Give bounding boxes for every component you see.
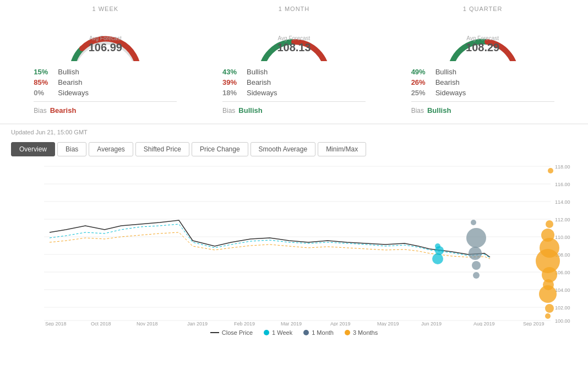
svg-text:Mar 2019: Mar 2019 — [281, 321, 302, 326]
tab-price-change[interactable]: Price Change — [192, 142, 248, 156]
avg-forecast-value-quarter: 108.29 — [466, 41, 499, 54]
updated-text: Updated Jun 21, 15:00 GMT — [0, 124, 588, 140]
bias-row-month: Bias Bullish — [222, 106, 366, 115]
bullish-row-quarter: 49% Bullish — [411, 68, 554, 76]
gauge-label-week: Avg Forecast 106.99 — [89, 35, 122, 54]
legend-3months-label: 3 Months — [353, 329, 378, 336]
bearish-pct-week: 85% — [34, 78, 53, 86]
svg-text:112.00: 112.00 — [555, 217, 570, 222]
month3-avg-line — [50, 232, 490, 259]
stats-quarter: 49% Bullish 26% Bearish 25% Sideways Bia… — [400, 64, 565, 118]
close-price-line — [50, 220, 490, 257]
bullish-pct-week: 15% — [34, 68, 53, 76]
bearish-pct-quarter: 26% — [411, 78, 431, 86]
bias-value-quarter: Bullish — [427, 106, 451, 115]
tab-smooth-average[interactable]: Smooth Average — [251, 142, 316, 156]
gauge-quarter: Avg Forecast 108.29 — [439, 14, 527, 61]
svg-text:104.00: 104.00 — [555, 287, 570, 293]
svg-text:May 2019: May 2019 — [377, 321, 399, 326]
gauge-label-month: Avg Forecast 108.13 — [277, 35, 311, 54]
legend-1month: 1 Month — [303, 329, 334, 336]
tab-averages[interactable]: Averages — [89, 142, 133, 156]
bearish-row-month: 39% Bearish — [222, 78, 366, 86]
svg-text:Apr 2019: Apr 2019 — [330, 321, 351, 326]
gauge-month: Avg Forecast 108.13 — [250, 14, 338, 61]
forecast-card-month: 1 MONTH Avg Forecast 108.13 43% Bullish … — [211, 6, 377, 118]
sideways-pct-quarter: 25% — [411, 89, 431, 97]
avg-forecast-label-quarter: Avg Forecast — [466, 35, 499, 41]
svg-text:114.00: 114.00 — [555, 199, 570, 205]
legend-close-price-label: Close Price — [222, 329, 253, 336]
bubble-month-md — [469, 247, 482, 260]
svg-text:110.00: 110.00 — [555, 235, 570, 240]
gauge-label-quarter: Avg Forecast 108.29 — [466, 35, 499, 54]
sideways-row-quarter: 25% Sideways — [411, 89, 554, 97]
legend-1month-icon — [303, 330, 309, 335]
avg-forecast-label-month: Avg Forecast — [277, 35, 311, 41]
forecast-card-week: 1 WEEK Avg Forecast 106.99 15% Bullish 8… — [23, 6, 188, 118]
stats-month: 43% Bullish 39% Bearish 18% Sideways Bia… — [211, 64, 377, 118]
svg-text:118.00: 118.00 — [555, 164, 570, 170]
tab-overview[interactable]: Overview — [11, 142, 55, 156]
bearish-row-quarter: 26% Bearish — [411, 78, 554, 86]
bearish-row-week: 85% Bearish — [34, 78, 177, 86]
svg-text:Aug 2019: Aug 2019 — [473, 321, 495, 326]
tab-bias[interactable]: Bias — [57, 142, 86, 156]
main-chart: 118.00 116.00 114.00 112.00 110.00 108.0… — [11, 161, 577, 326]
sideways-label-week: Sideways — [58, 89, 89, 97]
legend-1week-icon — [264, 330, 269, 335]
bubble-3m-9 — [545, 313, 551, 319]
legend-3months-icon — [345, 330, 350, 335]
bubble-3m-1 — [546, 220, 553, 228]
legend-3months: 3 Months — [345, 329, 378, 336]
y-axis: 118.00 116.00 114.00 112.00 110.00 108.0… — [44, 164, 570, 324]
svg-text:Jun 2019: Jun 2019 — [421, 321, 442, 326]
bullish-label-quarter: Bullish — [435, 68, 456, 76]
bubble-month-sm — [471, 220, 476, 225]
bearish-label-quarter: Bearish — [435, 78, 460, 86]
sideways-pct-month: 18% — [222, 89, 242, 97]
forecast-card-quarter: 1 QUARTER Avg Forecast 108.29 49% Bullis… — [400, 6, 565, 118]
bubble-month-sm3 — [473, 272, 480, 279]
forecasts-section: 1 WEEK Avg Forecast 106.99 15% Bullish 8… — [0, 0, 588, 124]
tabs-bar: Overview Bias Averages Shifted Price Pri… — [0, 140, 588, 161]
bubble-week-3 — [432, 253, 443, 264]
bubble-3m-top — [548, 168, 553, 173]
tab-shifted-price[interactable]: Shifted Price — [135, 142, 189, 156]
avg-forecast-value-month: 108.13 — [277, 41, 311, 54]
week-avg-line — [50, 224, 490, 258]
bearish-label-month: Bearish — [247, 78, 271, 86]
tab-minim-max[interactable]: Minim/Max — [318, 142, 366, 156]
svg-text:106.00: 106.00 — [555, 270, 570, 275]
svg-text:Feb 2019: Feb 2019 — [234, 321, 255, 326]
svg-text:102.00: 102.00 — [555, 305, 570, 311]
legend-1month-label: 1 Month — [312, 329, 334, 336]
legend-close-price-icon — [210, 332, 219, 333]
stats-week: 15% Bullish 85% Bearish 0% Sideways Bias… — [23, 64, 188, 118]
avg-forecast-label-week: Avg Forecast — [89, 35, 122, 41]
bullish-pct-quarter: 49% — [411, 68, 431, 76]
bubble-3m-7 — [539, 285, 557, 303]
gauge-week: Avg Forecast 106.99 — [61, 14, 149, 61]
bullish-label-week: Bullish — [58, 68, 79, 76]
legend-1week: 1 Week — [264, 329, 292, 336]
legend-1week-label: 1 Week — [272, 329, 292, 336]
svg-text:Sep 2018: Sep 2018 — [45, 321, 67, 326]
svg-text:Jan 2019: Jan 2019 — [187, 321, 208, 326]
bias-label-month: Bias — [222, 107, 235, 115]
bubble-month-lg — [466, 228, 486, 248]
bias-row-quarter: Bias Bullish — [411, 106, 554, 115]
svg-text:116.00: 116.00 — [555, 182, 570, 187]
period-label-month: 1 MONTH — [279, 6, 310, 12]
bias-label-week: Bias — [34, 107, 46, 115]
svg-text:Nov 2018: Nov 2018 — [137, 321, 158, 326]
sideways-row-week: 0% Sideways — [34, 89, 177, 97]
chart-legend: Close Price 1 Week 1 Month 3 Months — [0, 326, 588, 338]
period-label-week: 1 WEEK — [92, 6, 119, 12]
bullish-pct-month: 43% — [222, 68, 242, 76]
avg-forecast-value-week: 106.99 — [89, 41, 122, 54]
bullish-label-month: Bullish — [247, 68, 268, 76]
svg-text:100.00: 100.00 — [555, 318, 570, 324]
sideways-label-quarter: Sideways — [435, 89, 466, 97]
bullish-row-month: 43% Bullish — [222, 68, 366, 76]
